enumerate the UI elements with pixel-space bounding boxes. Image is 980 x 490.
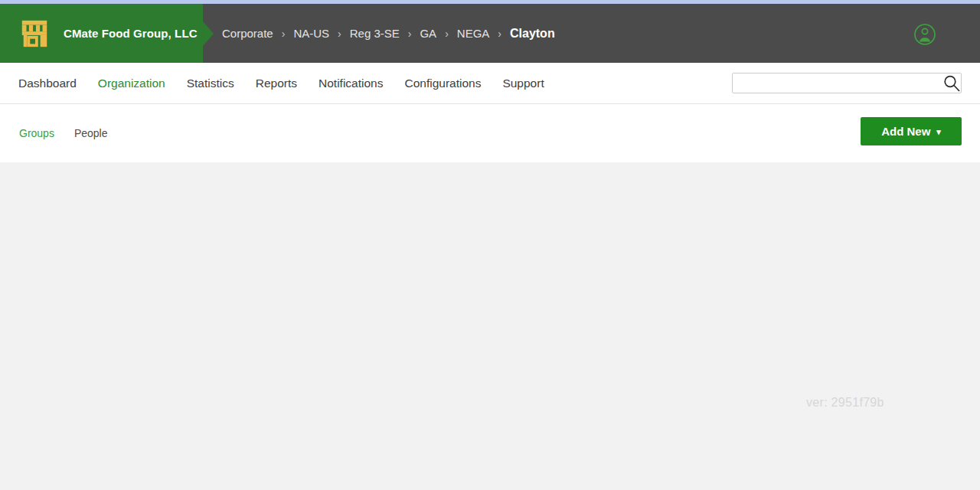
chevron-right-separator: › [498,28,501,40]
breadcrumb-item-ga[interactable]: GA [420,27,436,40]
chevron-right-separator: › [408,28,412,40]
nav-item-organization[interactable]: Organization [98,77,165,90]
breadcrumb-item-na-us[interactable]: NA-US [293,27,329,40]
nav-item-statistics[interactable]: Statistics [187,77,234,90]
chevron-right-separator: › [445,28,449,40]
logo-flag-point [203,21,214,46]
breadcrumb-item-corporate[interactable]: Corporate [222,27,273,40]
company-name: CMate Food Group, LLC [64,27,198,40]
search-icon [942,74,961,93]
content-area: ver: 2951f79b [0,162,980,489]
nav-item-configurations[interactable]: Configurations [404,77,481,90]
caret-down-icon: ▾ [936,127,941,137]
nav-item-support[interactable]: Support [502,77,544,90]
top-bar: CMate Food Group, LLC Corporate › NA-US … [0,4,980,63]
main-nav-items: Dashboard Organization Statistics Report… [18,77,544,90]
breadcrumb-item-reg-3-se[interactable]: Reg 3-SE [350,27,400,40]
tab-people[interactable]: People [74,127,108,139]
breadcrumb-item-clayton-current: Clayton [510,27,555,41]
breadcrumb-item-nega[interactable]: NEGA [457,27,490,40]
add-new-label: Add New [881,125,930,138]
chevron-right-separator: › [282,28,286,40]
add-new-button[interactable]: Add New ▾ [861,117,962,145]
organization-subheader: Groups People Add New ▾ [0,104,980,162]
person-circle-icon [913,23,936,46]
search-box [732,73,962,93]
search-submit[interactable] [942,74,961,93]
nav-item-dashboard[interactable]: Dashboard [18,77,77,90]
tab-groups[interactable]: Groups [19,127,54,139]
company-logo-flag[interactable]: CMate Food Group, LLC [0,4,203,63]
nav-item-notifications[interactable]: Notifications [318,77,383,90]
nav-item-reports[interactable]: Reports [256,77,297,90]
storefront-icon [18,18,51,50]
main-nav-bar: Dashboard Organization Statistics Report… [0,63,980,104]
chevron-right-separator: › [338,28,341,40]
search-input[interactable] [732,73,962,93]
user-avatar-button[interactable] [913,23,936,46]
version-watermark: ver: 2951f79b [806,396,884,410]
breadcrumb: Corporate › NA-US › Reg 3-SE › GA › NEGA… [222,4,555,63]
